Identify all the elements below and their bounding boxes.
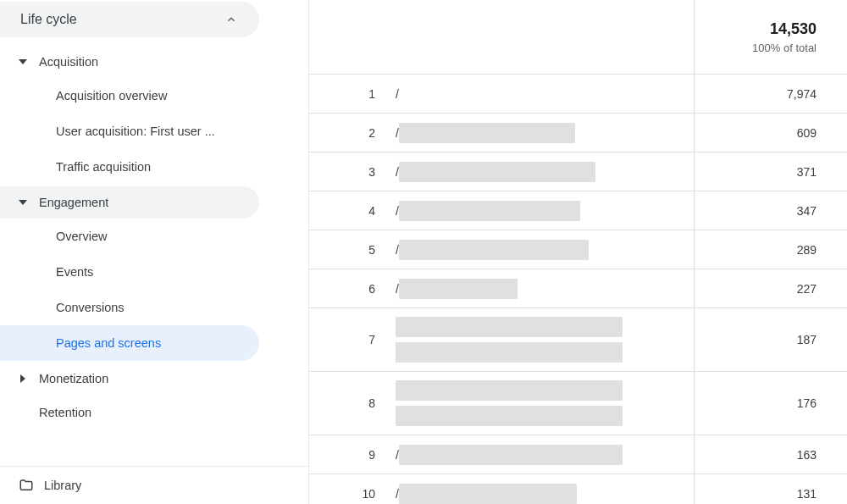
row-path: /	[396, 445, 623, 465]
row-path: /	[396, 87, 399, 101]
summary-left	[309, 0, 695, 74]
nav-group-label: Acquisition	[39, 55, 98, 69]
nav-group-label: Monetization	[39, 372, 108, 385]
row-value: 371	[695, 152, 847, 191]
row-value: 7,974	[695, 75, 847, 113]
nav-item-conversions[interactable]: Conversions	[0, 290, 259, 325]
row-value: 347	[695, 191, 847, 230]
row-path-cell: 10/	[309, 474, 695, 504]
row-rank: 5	[348, 243, 396, 257]
svg-marker-2	[20, 374, 25, 383]
redacted-text	[399, 201, 580, 221]
table-row[interactable]: 9/163	[309, 435, 847, 474]
row-path: /	[396, 201, 580, 221]
row-rank: 3	[348, 165, 396, 179]
row-path-cell: 1/	[309, 75, 695, 113]
redacted-text	[396, 380, 623, 401]
svg-marker-0	[19, 59, 27, 64]
redacted-text	[399, 123, 575, 143]
redacted-text	[399, 445, 623, 465]
table-row[interactable]: 1/7,974	[309, 75, 847, 114]
row-path-cell: 6/	[309, 269, 695, 307]
row-path	[396, 372, 623, 435]
nav-group-monetization[interactable]: Monetization	[0, 363, 259, 395]
row-value: 176	[695, 372, 847, 435]
nav-item-traffic-acquisition[interactable]: Traffic acquisition	[0, 149, 259, 185]
row-value: 289	[695, 230, 847, 269]
main-content: 14,530 100% of total 1/7,9742/6093/3714/…	[309, 0, 847, 504]
sidebar-library-label: Library	[44, 479, 81, 492]
summary-total: 14,530	[770, 20, 817, 38]
row-value: 609	[695, 114, 847, 152]
redacted-text	[399, 484, 577, 504]
nav-item-pages-and-screens[interactable]: Pages and screens	[0, 325, 259, 361]
path-text: /	[396, 87, 399, 101]
nav-group-engagement[interactable]: Engagement	[0, 186, 259, 219]
table-row[interactable]: 2/609	[309, 114, 847, 152]
nav-item-user-acquisition-first-user[interactable]: User acquisition: First user ...	[0, 114, 259, 149]
table-row[interactable]: 8176	[309, 372, 847, 435]
redacted-text	[399, 279, 518, 299]
sidebar-section-life-cycle[interactable]: Life cycle	[0, 2, 259, 37]
chevron-up-icon	[224, 12, 239, 27]
row-rank: 4	[348, 204, 396, 218]
row-rank: 8	[348, 396, 396, 410]
row-path: /	[396, 162, 595, 182]
summary-row: 14,530 100% of total	[309, 0, 847, 75]
row-value: 187	[695, 308, 847, 371]
nav-item-events[interactable]: Events	[0, 254, 259, 290]
nav-item-acquisition-overview[interactable]: Acquisition overview	[0, 78, 259, 114]
row-path-cell: 2/	[309, 114, 695, 152]
redacted-text	[396, 342, 623, 363]
sidebar-nav: AcquisitionAcquisition overviewUser acqu…	[0, 46, 308, 429]
redacted-text	[399, 162, 595, 182]
row-path-cell: 7	[309, 308, 695, 371]
table-row[interactable]: 10/131	[309, 474, 847, 504]
arrow-right-icon	[19, 374, 34, 383]
row-rank: 1	[348, 87, 396, 101]
row-rank: 10	[348, 487, 396, 501]
table-row[interactable]: 5/289	[309, 230, 847, 269]
row-path-cell: 8	[309, 372, 695, 435]
row-path-cell: 5/	[309, 230, 695, 269]
arrow-down-icon	[19, 58, 34, 66]
nav-group-label: Retention	[39, 406, 91, 419]
row-path: /	[396, 279, 518, 299]
nav-group-retention[interactable]: Retention	[0, 396, 259, 429]
nav-group-label: Engagement	[39, 196, 108, 209]
sidebar-library[interactable]: Library	[0, 466, 308, 504]
table-row[interactable]: 6/227	[309, 269, 847, 308]
table-row[interactable]: 7187	[309, 308, 847, 372]
data-table: 1/7,9742/6093/3714/3475/2896/22771878176…	[309, 75, 847, 504]
row-value: 131	[695, 474, 847, 504]
sidebar-section-title: Life cycle	[20, 12, 77, 27]
sidebar: Life cycle AcquisitionAcquisition overvi…	[0, 0, 309, 504]
nav-item-overview[interactable]: Overview	[0, 219, 259, 254]
row-path-cell: 3/	[309, 152, 695, 191]
row-path-cell: 4/	[309, 191, 695, 230]
summary-right: 14,530 100% of total	[695, 0, 847, 74]
row-value: 163	[695, 435, 847, 474]
row-path	[396, 308, 623, 371]
summary-subtitle: 100% of total	[752, 42, 817, 54]
svg-marker-1	[19, 200, 27, 205]
nav-group-acquisition[interactable]: Acquisition	[0, 46, 259, 78]
redacted-text	[396, 317, 623, 337]
redacted-text	[399, 240, 589, 260]
row-rank: 7	[348, 333, 396, 346]
row-rank: 2	[348, 126, 396, 140]
row-value: 227	[695, 269, 847, 307]
row-path: /	[396, 240, 589, 260]
redacted-text	[396, 406, 623, 426]
row-path: /	[396, 484, 577, 504]
table-row[interactable]: 3/371	[309, 152, 847, 191]
folder-icon	[19, 478, 34, 493]
row-path-cell: 9/	[309, 435, 695, 474]
arrow-down-icon	[19, 198, 34, 207]
row-rank: 9	[348, 448, 396, 462]
row-rank: 6	[348, 282, 396, 296]
row-path: /	[396, 123, 575, 143]
table-row[interactable]: 4/347	[309, 191, 847, 230]
